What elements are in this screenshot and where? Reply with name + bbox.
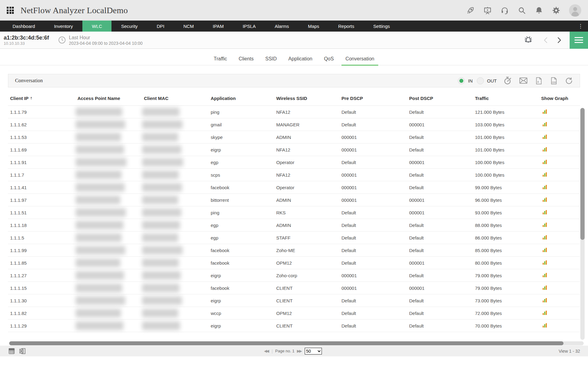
- cell-pre-dscp: Default: [341, 160, 409, 165]
- nav-item-ncm[interactable]: NCM: [174, 21, 203, 32]
- access-point-name-redacted: [76, 133, 121, 141]
- schedule-timer-icon[interactable]: [503, 76, 512, 85]
- column-header-wireless-ssid[interactable]: Wireless SSID: [276, 96, 341, 101]
- show-graph-icon[interactable]: [542, 222, 548, 227]
- cell-traffic: 93.000 Bytes: [475, 210, 541, 215]
- horizontal-scrollbar-thumb[interactable]: [9, 341, 564, 345]
- prev-device-chevron-icon[interactable]: [542, 36, 550, 44]
- csv-export-icon[interactable]: CSV: [550, 77, 558, 85]
- tab-traffic[interactable]: Traffic: [210, 52, 231, 65]
- nav-item-wlc[interactable]: WLC: [82, 21, 111, 32]
- nav-item-settings[interactable]: Settings: [364, 21, 399, 32]
- nav-item-inventory[interactable]: Inventory: [44, 21, 82, 32]
- search-icon[interactable]: [518, 6, 526, 15]
- horizontal-scrollbar[interactable]: [9, 341, 584, 345]
- show-graph-icon[interactable]: [542, 285, 548, 290]
- nav-item-maps[interactable]: Maps: [299, 21, 329, 32]
- show-graph-icon[interactable]: [542, 109, 548, 114]
- cell-post-dscp: 000001: [409, 160, 475, 165]
- client-mac-redacted: [142, 183, 182, 192]
- tab-qos[interactable]: QoS: [320, 52, 338, 65]
- tab-conversation[interactable]: Conversation: [341, 52, 378, 65]
- table-view-icon[interactable]: [8, 347, 15, 355]
- nav-item-dashboard[interactable]: Dashboard: [3, 21, 44, 32]
- pdf-export-icon[interactable]: A: [535, 77, 543, 85]
- access-point-name-redacted: [76, 145, 124, 154]
- apps-grid-icon[interactable]: [7, 7, 14, 14]
- cell-client-ip: 1.1.1.62: [10, 122, 77, 127]
- user-avatar[interactable]: [569, 4, 581, 17]
- alarm-bell-icon[interactable]: [523, 35, 533, 45]
- show-graph-icon[interactable]: [542, 184, 548, 190]
- show-graph-icon[interactable]: [542, 159, 548, 164]
- show-graph-icon[interactable]: [542, 323, 548, 328]
- nav-item-ipsla[interactable]: IPSLA: [233, 21, 265, 32]
- vertical-scrollbar[interactable]: [580, 108, 585, 340]
- cell-wireless-ssid: Zoho-corp: [276, 273, 341, 278]
- nav-item-reports[interactable]: Reports: [329, 21, 364, 32]
- hamburger-menu-button[interactable]: [570, 32, 588, 49]
- headset-icon[interactable]: [500, 6, 509, 15]
- show-graph-icon[interactable]: [542, 235, 548, 240]
- tab-application[interactable]: Application: [285, 52, 316, 65]
- cell-traffic: 99.000 Bytes: [475, 185, 541, 190]
- column-header-post-dscp[interactable]: Post DSCP: [409, 96, 475, 101]
- pager-divider: |: [272, 349, 273, 354]
- time-period-range: 2023-04-04 09:00 to 2023-04-04 10:00: [69, 41, 143, 46]
- show-graph-icon[interactable]: [542, 310, 548, 315]
- column-header-pre-dscp[interactable]: Pre DSCP: [341, 96, 409, 101]
- next-device-chevron-icon[interactable]: [555, 36, 563, 44]
- show-graph-icon[interactable]: [542, 272, 548, 278]
- direction-in-radio[interactable]: [458, 77, 465, 84]
- first-page-button[interactable]: ◀◀: [264, 349, 269, 353]
- show-graph-icon[interactable]: [542, 209, 548, 215]
- page-size-select[interactable]: 50: [304, 348, 322, 355]
- nav-item-alarms[interactable]: Alarms: [265, 21, 299, 32]
- show-graph-icon[interactable]: [542, 247, 548, 252]
- column-header-traffic[interactable]: Traffic: [475, 96, 541, 101]
- vertical-scrollbar-thumb[interactable]: [580, 108, 585, 240]
- column-header-client-ip[interactable]: Client IP▲▼: [10, 96, 77, 101]
- table-row: 1.1.1.5egpSTAFFDefaultDefault86.000 Byte…: [8, 232, 580, 244]
- show-graph-icon[interactable]: [542, 134, 548, 139]
- next-page-button[interactable]: ▶▶: [297, 349, 302, 353]
- column-header-application[interactable]: Application: [211, 96, 276, 101]
- cell-client-ip: 1.1.1.5: [10, 235, 77, 240]
- nav-item-security[interactable]: Security: [111, 21, 147, 32]
- email-icon[interactable]: [519, 76, 528, 85]
- gear-icon[interactable]: [552, 6, 560, 15]
- app-header: NetFlow Analyzer LocalDemo: [0, 0, 588, 21]
- access-point-name-redacted: [76, 321, 123, 330]
- refresh-icon[interactable]: [565, 77, 573, 85]
- show-graph-icon[interactable]: [542, 121, 548, 127]
- direction-out-radio[interactable]: [477, 77, 484, 84]
- cell-post-dscp: 000001: [409, 122, 475, 127]
- show-graph-icon[interactable]: [542, 197, 548, 202]
- show-graph-icon[interactable]: [542, 147, 548, 152]
- cell-application: facebook: [211, 185, 276, 190]
- table-row: 1.1.1.51pingRKSDefault00000193.000 Bytes: [8, 206, 580, 219]
- show-graph-icon[interactable]: [542, 172, 548, 177]
- time-period[interactable]: Last Hour 2023-04-04 09:00 to 2023-04-04…: [69, 34, 143, 46]
- cell-wireless-ssid: MANAGER: [276, 122, 341, 127]
- show-graph-icon[interactable]: [542, 260, 548, 265]
- cell-pre-dscp: Default: [341, 235, 409, 240]
- column-header-show-graph[interactable]: Show Graph: [541, 96, 580, 101]
- nav-item-dpi[interactable]: DPI: [147, 21, 174, 32]
- presentation-icon[interactable]: [483, 6, 492, 15]
- tab-clients[interactable]: Clients: [235, 52, 258, 65]
- column-header-label: Access Point Name: [77, 96, 120, 101]
- column-header-label: Traffic: [475, 96, 489, 101]
- table-row: 1.1.1.69eigrpNFA12000001Default101.000 B…: [8, 144, 580, 156]
- tab-ssid[interactable]: SSID: [261, 52, 281, 65]
- nav-overflow-icon[interactable]: ⋮: [573, 21, 588, 32]
- excel-export-icon[interactable]: [19, 347, 26, 355]
- cell-traffic: 72.000 Bytes: [475, 311, 541, 316]
- cell-post-dscp: 000001: [409, 210, 475, 215]
- column-header-access-point-name[interactable]: Access Point Name: [77, 96, 144, 101]
- show-graph-icon[interactable]: [542, 297, 548, 303]
- bell-icon[interactable]: [535, 6, 543, 15]
- column-header-client-mac[interactable]: Client MAC: [144, 96, 211, 101]
- nav-item-ipam[interactable]: IPAM: [203, 21, 233, 32]
- rocket-icon[interactable]: [466, 6, 475, 15]
